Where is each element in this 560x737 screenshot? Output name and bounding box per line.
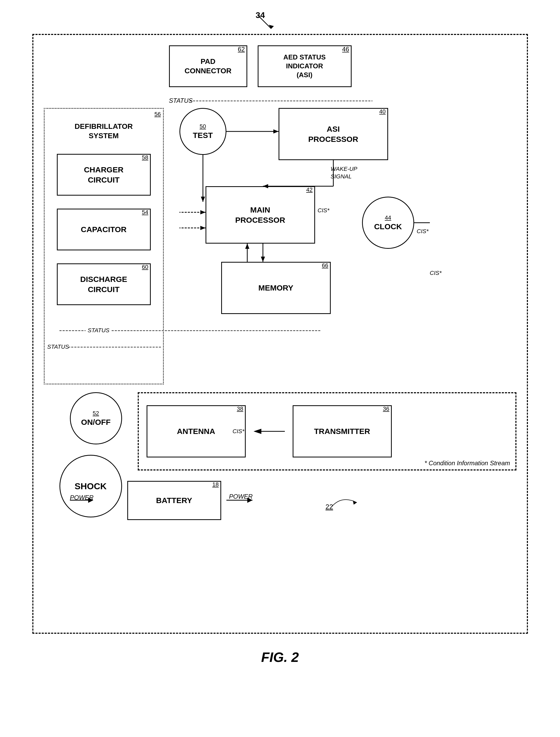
- battery-ref: 18: [212, 481, 219, 488]
- charger-circuit-block: 58 CHARGERCIRCUIT: [57, 154, 151, 196]
- test-circle: 50 TEST: [179, 108, 226, 155]
- discharge-circuit-ref: 60: [142, 264, 148, 270]
- antenna-ref: 38: [237, 406, 243, 412]
- pad-connector-title: PAD CONNECTOR: [185, 57, 232, 76]
- status-defib-svg: STATUS: [47, 343, 162, 351]
- defib-system-box: 56 DEFIBRILLATORSYSTEM 58 CHARGERCIRCUIT…: [44, 108, 164, 384]
- svg-text:STATUS: STATUS: [47, 343, 69, 350]
- transmitter-ref: 36: [383, 406, 389, 412]
- cis-label-3: CIS*: [430, 270, 442, 276]
- pad-connector-block: 62 PAD CONNECTOR: [169, 45, 247, 87]
- pad-connector-ref: 62: [238, 46, 245, 53]
- svg-marker-25: [200, 226, 206, 230]
- discharge-circuit-block: 60 DISCHARGECIRCUIT: [57, 263, 151, 305]
- main-processor-block: 42 MAINPROCESSOR: [206, 186, 315, 244]
- memory-title: MEMORY: [258, 283, 293, 292]
- charger-circuit-ref: 58: [142, 154, 148, 161]
- cis-arrow-svg: [254, 426, 285, 437]
- charger-circuit-title: CHARGERCIRCUIT: [84, 165, 124, 185]
- memory-block: 66 MEMORY: [221, 262, 331, 314]
- power-battery-section: POWER 18 BATTERY POWER: [44, 481, 516, 520]
- status-bottom-svg: STATUS: [59, 327, 320, 335]
- battery-block: 18 BATTERY: [127, 481, 221, 520]
- ref-22-svg: 22: [315, 490, 367, 510]
- main-processor-title: MAINPROCESSOR: [235, 205, 285, 225]
- test-ref: 50: [200, 123, 206, 130]
- svg-marker-26: [254, 429, 261, 434]
- clock-title: CLOCK: [374, 222, 402, 231]
- clock-circle: 44 CLOCK: [362, 197, 414, 249]
- discharge-circuit-title: DISCHARGECIRCUIT: [80, 274, 127, 294]
- fig-caption: FIG. 2: [261, 649, 299, 665]
- status-label-1: STATUS: [169, 97, 193, 104]
- ref-22-area: 22: [315, 490, 367, 511]
- main-processor-ref: 42: [306, 186, 312, 193]
- aed-status-ref: 46: [342, 46, 349, 53]
- processing-area: 50 TEST 40 ASIPROCESSOR WAKE-UPSIGNAL 42…: [179, 108, 516, 384]
- svg-marker-23: [200, 210, 206, 214]
- cis-label-2: CIS*: [417, 228, 429, 235]
- asi-processor-ref: 40: [379, 108, 386, 115]
- clock-ref: 44: [385, 214, 391, 221]
- svg-marker-16: [261, 257, 265, 262]
- asi-processor-block: 40 ASIPROCESSOR: [279, 108, 388, 160]
- on-off-ref: 52: [93, 410, 99, 417]
- power-area: POWER: [70, 494, 122, 507]
- antenna-title: ANTENNA: [177, 427, 215, 436]
- capacitor-title: CAPACITOR: [81, 225, 127, 234]
- page-wrapper: 34 62 PAD CONNECTOR 46 AED STATUS INDICA…: [16, 10, 544, 665]
- asi-processor-title: ASIPROCESSOR: [308, 124, 358, 144]
- power-arrow-svg: POWER: [70, 494, 122, 507]
- cis-arrow-area: CIS*: [254, 426, 285, 437]
- defib-system-ref: 56: [154, 111, 161, 118]
- outer-dashed-box: 62 PAD CONNECTOR 46 AED STATUS INDICATOR…: [32, 34, 528, 634]
- status-line-1-svg: [190, 100, 372, 102]
- capacitor-ref: 54: [142, 209, 148, 216]
- svg-text:STATUS: STATUS: [88, 327, 110, 334]
- arrow-34-svg: [245, 10, 297, 31]
- on-off-circle: 52 ON/OFF: [70, 392, 122, 444]
- svg-marker-9: [201, 197, 205, 202]
- transmitter-block: 36 TRANSMITTER: [293, 405, 392, 457]
- battery-title: BATTERY: [156, 496, 192, 505]
- svg-marker-11: [273, 129, 279, 134]
- cis-label-4: CIS*: [233, 428, 244, 435]
- svg-marker-18: [245, 244, 249, 249]
- capacitor-block: 54 CAPACITOR: [57, 209, 151, 250]
- aed-status-block: 46 AED STATUS INDICATOR (ASI): [258, 45, 352, 87]
- antenna-block: 38 ANTENNA: [147, 405, 246, 457]
- svg-line-0: [258, 16, 271, 29]
- aed-status-title: AED STATUS INDICATOR (ASI): [283, 53, 326, 79]
- on-off-title: ON/OFF: [81, 418, 111, 427]
- footnote: * Condition Information Stream: [424, 460, 510, 467]
- svg-marker-35: [353, 500, 357, 505]
- wake-up-label: WAKE-UPSIGNAL: [331, 165, 357, 180]
- cis-label-1: CIS*: [318, 207, 329, 214]
- transmitter-area: 38 ANTENNA CIS* 36 TRANSMITTER: [138, 392, 516, 470]
- test-title: TEST: [193, 131, 213, 140]
- defib-system-title: DEFIBRILLATORSYSTEM: [50, 122, 158, 141]
- memory-ref: 66: [322, 262, 328, 269]
- top-label-area: 34: [16, 10, 544, 31]
- power-line-2: POWER: [226, 494, 305, 507]
- power-line-2-svg: POWER: [226, 494, 305, 507]
- transmitter-title: TRANSMITTER: [314, 427, 370, 436]
